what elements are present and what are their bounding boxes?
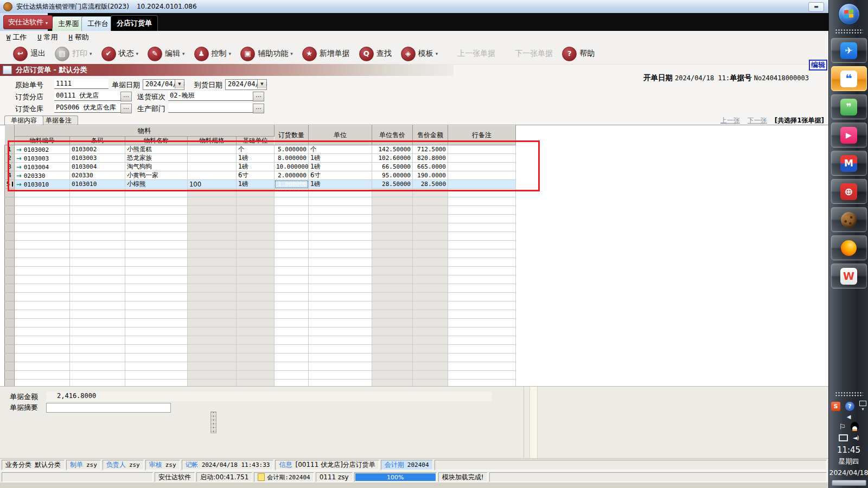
table-row-empty[interactable]: [5, 301, 516, 310]
col-header-material-group[interactable]: 物料: [15, 126, 275, 137]
doc-date-input[interactable]: 2024/04/18▼: [143, 79, 184, 90]
menu-work[interactable]: W工作: [7, 33, 27, 42]
tab-home[interactable]: 主界面: [52, 16, 85, 31]
table-row[interactable]: 2 →0103003 0103003 恐龙家族 1磅 8.000000 1磅 1…: [5, 154, 516, 163]
start-button[interactable]: [838, 3, 860, 25]
action-center-flag-icon[interactable]: ⚐: [839, 422, 846, 431]
col-header-note[interactable]: 行备注: [448, 126, 516, 145]
network-icon[interactable]: [839, 434, 848, 441]
col-header-code[interactable]: 物料编号: [15, 137, 70, 145]
minimize-button[interactable]: ▬: [808, 2, 824, 12]
col-header-spec[interactable]: 物料规格: [188, 137, 237, 145]
prev-link[interactable]: 上一张: [720, 117, 740, 124]
table-row[interactable]: 4 →020330 020330 小黄鸭一家 6寸 2.000000 6寸 95…: [5, 171, 516, 180]
taskbar-app-m-browser[interactable]: M: [831, 151, 867, 176]
table-row-empty[interactable]: [5, 336, 516, 345]
col-header-unit[interactable]: 单位: [309, 126, 372, 145]
table-row-empty[interactable]: [5, 319, 516, 328]
taskbar-grip[interactable]: [835, 29, 863, 35]
table-row-empty[interactable]: [5, 197, 516, 206]
shift-browse-button[interactable]: …: [253, 92, 264, 101]
branch-browse-button[interactable]: …: [120, 92, 132, 101]
col-header-baseunit[interactable]: 基础单位: [237, 137, 275, 145]
table-row-empty[interactable]: [5, 354, 516, 362]
chevron-down-icon[interactable]: ▼: [175, 80, 184, 88]
warehouse-input[interactable]: POS006 伏龙店仓库: [54, 103, 120, 113]
next-link[interactable]: 下一张: [748, 117, 767, 124]
print-button[interactable]: ▤打印▾: [55, 47, 92, 61]
branch-input[interactable]: 00111 伏龙店: [54, 91, 120, 101]
new-document-button[interactable]: ★新增单据: [302, 47, 350, 61]
selected-cell[interactable]: 1.000000: [275, 180, 309, 189]
exit-button[interactable]: ↩退出: [13, 47, 46, 61]
col-header-barcode[interactable]: 条码: [70, 137, 125, 145]
col-header-name[interactable]: 物料名称: [125, 137, 188, 145]
table-row-empty[interactable]: [5, 206, 516, 215]
aux-function-button[interactable]: ▣辅助功能▾: [240, 47, 293, 61]
table-row-empty[interactable]: [5, 249, 516, 258]
next-document-button[interactable]: 下一张单据: [515, 49, 553, 59]
col-header-amount[interactable]: 售价金额: [413, 126, 448, 145]
tab-doc-remark[interactable]: 单据备注: [39, 115, 78, 125]
splitter-grip[interactable]: [210, 412, 216, 433]
control-button[interactable]: ♟控制▾: [194, 47, 232, 61]
taskbar-app-cookie[interactable]: [831, 207, 867, 232]
doc-summary-input[interactable]: [46, 403, 171, 413]
taskbar-app-wecom[interactable]: ❝: [831, 66, 867, 91]
tray-collapse-arrow[interactable]: ◀: [847, 414, 851, 420]
chevron-down-icon[interactable]: ▼: [257, 80, 266, 88]
edit-button[interactable]: ✎编辑▾: [148, 47, 185, 61]
menu-help[interactable]: H帮助: [68, 33, 88, 42]
table-row[interactable]: 3 →0103004 0103004 淘气狗狗 1磅 10.000000 1磅 …: [5, 163, 516, 171]
warehouse-browse-button[interactable]: …: [120, 104, 132, 113]
origin-no-input[interactable]: 1111: [54, 79, 108, 89]
help-tray-icon[interactable]: ?: [845, 402, 854, 411]
table-row-empty[interactable]: [5, 328, 516, 336]
speaker-icon[interactable]: ◄): [853, 434, 859, 441]
table-row-empty[interactable]: [5, 223, 516, 232]
taskbar-app-globe[interactable]: ⊕: [831, 179, 867, 204]
help-button[interactable]: ?帮助: [562, 47, 595, 61]
sogou-tray-icon[interactable]: S: [831, 402, 840, 411]
table-row-empty[interactable]: [5, 189, 516, 197]
taskbar-app-dingtalk[interactable]: ✈: [831, 38, 867, 63]
col-header-qty[interactable]: 订货数量: [275, 126, 309, 145]
table-row-empty[interactable]: [5, 258, 516, 267]
table-row-empty[interactable]: [5, 371, 516, 380]
clock-time[interactable]: 11:45: [837, 445, 860, 455]
menu-common[interactable]: U常用: [37, 33, 58, 42]
prev-document-button[interactable]: 上一张单据: [457, 49, 495, 59]
row-number-header[interactable]: [5, 126, 15, 145]
template-button[interactable]: ◈模板▾: [401, 47, 438, 61]
table-row-empty[interactable]: [5, 232, 516, 241]
taskbar-app-wechat[interactable]: ❞: [831, 94, 867, 119]
dept-input[interactable]: [168, 103, 253, 113]
table-row-empty[interactable]: [5, 293, 516, 301]
tab-workbench[interactable]: 工作台: [81, 16, 114, 31]
search-button[interactable]: Q查找: [359, 47, 392, 61]
tab-branch-order[interactable]: 分店订货单: [111, 15, 158, 31]
taskbar-app-video[interactable]: ▶: [831, 123, 867, 147]
shift-input[interactable]: 02-晚班: [168, 91, 253, 101]
arrive-date-input[interactable]: 2024/04/18▼: [225, 79, 267, 90]
table-row-empty[interactable]: [5, 284, 516, 293]
table-row-selected[interactable]: 5 →0103010 0103010 小棕熊 100 1磅 1.000000 1…: [5, 180, 516, 189]
table-row-empty[interactable]: [5, 362, 516, 371]
status-button[interactable]: ✔状态▾: [101, 47, 139, 61]
show-desktop-button[interactable]: [832, 480, 866, 486]
table-row-empty[interactable]: [5, 275, 516, 284]
dept-browse-button[interactable]: …: [253, 104, 264, 113]
col-header-price[interactable]: 单位售价: [372, 126, 413, 145]
qq-penguin-icon[interactable]: [851, 422, 859, 431]
table-row[interactable]: 1 →0103002 0103002 小熊蛋糕 个 5.000000 个 142…: [5, 145, 516, 154]
taskbar-app-wps[interactable]: W: [831, 264, 867, 288]
taskbar-app-firefox[interactable]: [831, 235, 867, 260]
table-row-empty[interactable]: [5, 310, 516, 319]
restore-tray-icon[interactable]: ▾: [859, 401, 866, 412]
table-row-empty[interactable]: [5, 267, 516, 275]
tray-grip[interactable]: [835, 391, 863, 397]
app-menu-button[interactable]: 安仕达软件▾: [3, 15, 53, 29]
table-row-empty[interactable]: [5, 345, 516, 354]
tab-doc-content[interactable]: 单据内容: [4, 115, 43, 125]
table-row-empty[interactable]: [5, 241, 516, 249]
